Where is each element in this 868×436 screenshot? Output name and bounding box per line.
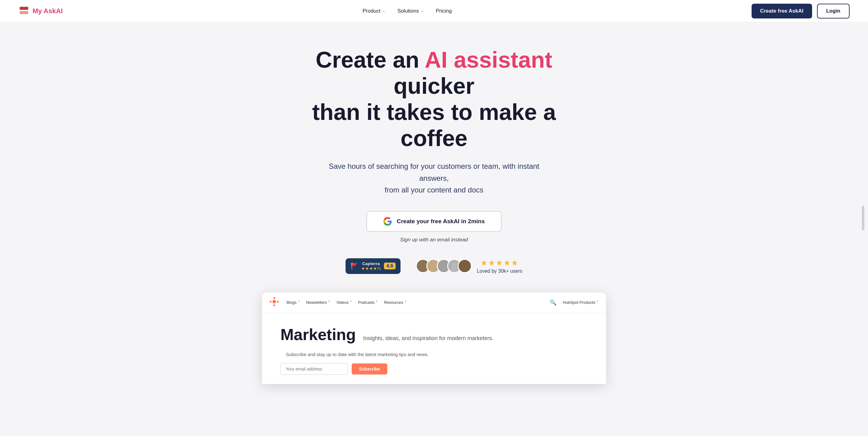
- svg-rect-0: [20, 7, 28, 10]
- svg-point-11: [461, 267, 469, 272]
- capterra-label: Capterra: [361, 261, 381, 266]
- svg-point-13: [273, 297, 275, 299]
- google-icon: [383, 217, 392, 226]
- svg-point-16: [277, 301, 279, 302]
- capterra-score: 4.6: [384, 263, 396, 269]
- google-signup-button[interactable]: Create your free AskAI in 2mins: [366, 211, 502, 232]
- navbar-actions: Create free AskAI Login: [752, 4, 849, 19]
- capterra-badge: 🚩 Capterra ★★★★½ 4.6: [345, 258, 401, 274]
- user-avatars: [416, 259, 472, 273]
- hubspot-logo: [269, 297, 279, 309]
- hubspot-nav-videos[interactable]: Videos ˅: [336, 300, 352, 305]
- login-button[interactable]: Login: [817, 4, 849, 19]
- subscribe-button[interactable]: Subscribe: [352, 364, 387, 375]
- hubspot-nav-newsletters[interactable]: Newsletters ˅: [306, 300, 331, 305]
- hubspot-nav-items: Blogs ˅ Newsletters ˅ Videos ˅ Podcasts …: [286, 300, 407, 305]
- logo[interactable]: My AskAI: [19, 5, 63, 17]
- demo-browser: Blogs ˅ Newsletters ˅ Videos ˅ Podcasts …: [262, 292, 606, 384]
- hubspot-nav-right: 🔍 HubSpot Products ˅: [550, 299, 599, 306]
- svg-point-3: [419, 267, 428, 272]
- svg-point-7: [440, 267, 448, 272]
- hero-cta-group: Create your free AskAI in 2mins Sign up …: [12, 211, 856, 243]
- svg-point-9: [450, 267, 459, 272]
- capterra-stars: ★★★★½: [361, 266, 381, 271]
- navbar: My AskAI Product ⌄ Solutions ⌄ Pricing C…: [0, 0, 868, 22]
- hubspot-nav-resources[interactable]: Resources ˅: [384, 300, 406, 305]
- hero-section: Create an AI assistant quicker than it t…: [0, 22, 868, 396]
- create-free-askai-button[interactable]: Create free AskAI: [752, 4, 812, 19]
- hubspot-products-dropdown[interactable]: HubSpot Products ˅: [563, 300, 599, 305]
- svg-point-15: [270, 301, 272, 302]
- svg-point-4: [431, 262, 436, 267]
- marketing-desc: Subscribe and stay up to date with the l…: [280, 352, 434, 357]
- loved-text: Loved by 30k+ users: [477, 268, 522, 274]
- chevron-down-icon: ⌄: [382, 9, 385, 13]
- svg-point-10: [462, 262, 467, 267]
- capterra-info: Capterra ★★★★½: [361, 261, 381, 271]
- demo-section: Blogs ˅ Newsletters ˅ Videos ˅ Podcasts …: [250, 292, 618, 384]
- scrollbar[interactable]: [862, 206, 864, 230]
- hero-title: Create an AI assistant quicker than it t…: [280, 47, 588, 151]
- email-subscribe-row: Subscribe: [280, 363, 588, 375]
- hubspot-nav-podcasts[interactable]: Podcasts ˅: [358, 300, 378, 305]
- svg-rect-1: [20, 11, 28, 14]
- nav-pricing[interactable]: Pricing: [436, 8, 452, 14]
- social-proof: 🚩 Capterra ★★★★½ 4.6: [12, 258, 856, 274]
- stars: ★★★★★: [477, 258, 522, 268]
- logo-text: My AskAI: [33, 7, 63, 15]
- svg-point-14: [273, 304, 275, 306]
- logo-icon: [19, 5, 30, 17]
- user-rating: ★★★★★ Loved by 30k+ users: [477, 258, 522, 274]
- nav-solutions[interactable]: Solutions ⌄: [398, 8, 424, 14]
- email-input[interactable]: [280, 363, 348, 375]
- svg-point-6: [441, 262, 446, 267]
- demo-content: Marketing Insights, ideas, and inspirati…: [262, 313, 606, 384]
- user-proof: ★★★★★ Loved by 30k+ users: [416, 258, 522, 274]
- avatar: [458, 259, 472, 273]
- email-signup-link[interactable]: Sign up with an email instead: [400, 237, 468, 243]
- marketing-subtitle: Insights, ideas, and inspiration for mod…: [363, 335, 494, 342]
- svg-point-2: [421, 262, 426, 267]
- svg-point-12: [273, 300, 276, 303]
- demo-hubspot-nav: Blogs ˅ Newsletters ˅ Videos ˅ Podcasts …: [262, 292, 606, 313]
- nav-menu: Product ⌄ Solutions ⌄ Pricing: [363, 8, 452, 14]
- hubspot-search-icon[interactable]: 🔍: [550, 299, 557, 306]
- chevron-down-icon: ⌄: [421, 9, 424, 13]
- hero-subtitle: Save hours of searching for your custome…: [317, 161, 551, 196]
- hubspot-nav-blogs[interactable]: Blogs ˅: [286, 300, 300, 305]
- capterra-flag-icon: 🚩: [350, 262, 358, 270]
- svg-point-5: [429, 267, 438, 272]
- marketing-header: Marketing Insights, ideas, and inspirati…: [280, 325, 588, 347]
- svg-point-8: [452, 262, 457, 267]
- nav-product[interactable]: Product ⌄: [363, 8, 385, 14]
- marketing-title: Marketing: [280, 325, 356, 344]
